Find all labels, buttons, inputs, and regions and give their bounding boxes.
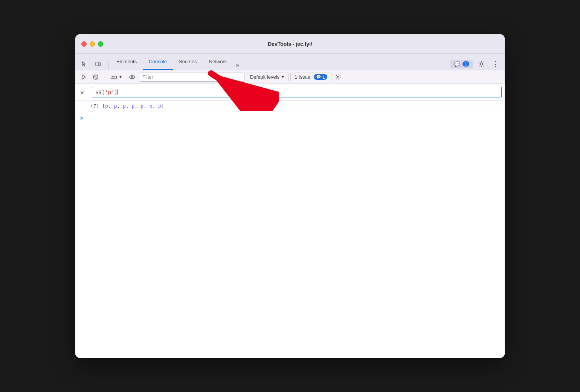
eye-icon bbox=[129, 74, 135, 80]
inspect-element-button[interactable] bbox=[78, 58, 90, 70]
levels-arrow-icon: ▼ bbox=[281, 75, 285, 79]
cmd-close-paren: ) bbox=[114, 89, 118, 95]
chat-icon-issue: 💬 bbox=[316, 74, 321, 79]
window-title: DevTools - jec.fyi/ bbox=[268, 41, 312, 47]
output-row: (7) [p, p, p, p, p, p, p] bbox=[75, 101, 505, 111]
output-p-4: p bbox=[132, 103, 135, 109]
default-levels-button[interactable]: Default levels ▼ bbox=[246, 73, 289, 81]
output-p-7: p bbox=[158, 103, 161, 109]
issues-badge-button[interactable]: 💬 1 bbox=[450, 60, 473, 68]
context-selector-button[interactable]: top ▼ bbox=[107, 73, 125, 81]
tab-elements[interactable]: Elements bbox=[110, 53, 143, 70]
device-icon bbox=[95, 61, 101, 67]
output-comma-2: , bbox=[117, 103, 120, 109]
prompt-chevron[interactable]: > bbox=[80, 114, 84, 122]
output-p-2: p bbox=[114, 103, 117, 109]
output-p-5: p bbox=[140, 103, 143, 109]
toolbar-divider-1 bbox=[104, 73, 104, 81]
tab-sources[interactable]: Sources bbox=[173, 53, 203, 70]
output-p-6: p bbox=[150, 103, 153, 109]
output-p-1: p bbox=[105, 103, 108, 109]
issue-prefix-label: 1 Issue: bbox=[295, 74, 312, 80]
filter-input[interactable] bbox=[139, 73, 244, 82]
cmd-string: 'p' bbox=[105, 89, 114, 95]
console-settings-button[interactable] bbox=[333, 72, 343, 82]
block-icon-button[interactable] bbox=[90, 72, 101, 82]
output-content[interactable]: [p, p, p, p, p, p, p] bbox=[102, 103, 164, 109]
svg-point-8 bbox=[337, 76, 339, 78]
cmd-dollars: $$ bbox=[95, 89, 102, 95]
clear-x-button[interactable]: × bbox=[75, 86, 89, 98]
settings-button[interactable] bbox=[475, 58, 487, 70]
svg-rect-0 bbox=[96, 62, 99, 66]
device-toolbar-button[interactable] bbox=[92, 58, 104, 70]
cursor-icon bbox=[81, 61, 87, 67]
play-icon bbox=[81, 74, 87, 80]
command-input-content: $$('p') bbox=[95, 89, 118, 95]
close-button[interactable] bbox=[81, 41, 87, 47]
levels-label: Default levels bbox=[250, 74, 279, 80]
console-empty-area bbox=[75, 125, 505, 358]
tabs-right-actions: 💬 1 ⋮ bbox=[450, 58, 502, 70]
badge-count: 1 bbox=[462, 61, 469, 67]
output-close-bracket: ] bbox=[161, 103, 164, 109]
chat-icon: 💬 bbox=[454, 61, 460, 67]
context-arrow-icon: ▼ bbox=[119, 75, 122, 79]
context-label: top bbox=[110, 74, 117, 80]
output-comma-1: , bbox=[108, 103, 111, 109]
maximize-button[interactable] bbox=[98, 41, 103, 47]
gear-icon-console bbox=[335, 74, 341, 80]
tabs-left-icons bbox=[78, 58, 104, 70]
devtools-window: DevTools - jec.fyi/ Elements Co bbox=[75, 34, 505, 358]
command-input-wrapper[interactable]: $$('p') bbox=[92, 87, 502, 97]
output-comma-6: , bbox=[153, 103, 156, 109]
svg-rect-1 bbox=[99, 63, 101, 65]
output-comma-3: , bbox=[126, 103, 129, 109]
more-options-button[interactable]: ⋮ bbox=[490, 58, 502, 70]
output-comma-4: , bbox=[135, 103, 138, 109]
cmd-cursor bbox=[118, 89, 118, 95]
tab-network[interactable]: Network bbox=[203, 53, 233, 70]
svg-point-2 bbox=[480, 63, 482, 65]
prompt-row: > bbox=[75, 111, 505, 125]
tabs-bar: Elements Console Sources Network » 💬 1 ⋮ bbox=[75, 54, 505, 70]
gear-icon bbox=[478, 61, 485, 67]
svg-point-7 bbox=[131, 76, 133, 78]
console-toolbar: top ▼ Default levels ▼ 1 Issue: 💬 1 bbox=[75, 70, 505, 84]
console-area: × $$('p') (7) [p, p, p, p, p, p, p] > bbox=[75, 84, 505, 358]
eye-button[interactable] bbox=[127, 72, 137, 82]
issue-button[interactable]: 1 Issue: 💬 1 bbox=[290, 73, 331, 81]
tabs-divider bbox=[108, 61, 109, 70]
svg-line-5 bbox=[94, 75, 98, 79]
minimize-button[interactable] bbox=[90, 41, 95, 47]
output-p-3: p bbox=[123, 103, 126, 109]
block-icon bbox=[93, 74, 99, 80]
tab-console[interactable]: Console bbox=[143, 53, 173, 70]
title-bar: DevTools - jec.fyi/ bbox=[75, 34, 505, 54]
output-count: (7) bbox=[90, 103, 99, 109]
output-comma-5: , bbox=[143, 103, 147, 109]
more-tabs-button[interactable]: » bbox=[233, 60, 242, 70]
command-row: × $$('p') bbox=[75, 84, 505, 101]
svg-marker-3 bbox=[82, 75, 85, 79]
issue-count: 1 bbox=[322, 75, 325, 79]
traffic-lights bbox=[81, 41, 103, 47]
issue-badge: 💬 1 bbox=[314, 74, 327, 80]
clear-console-button[interactable] bbox=[78, 72, 89, 82]
